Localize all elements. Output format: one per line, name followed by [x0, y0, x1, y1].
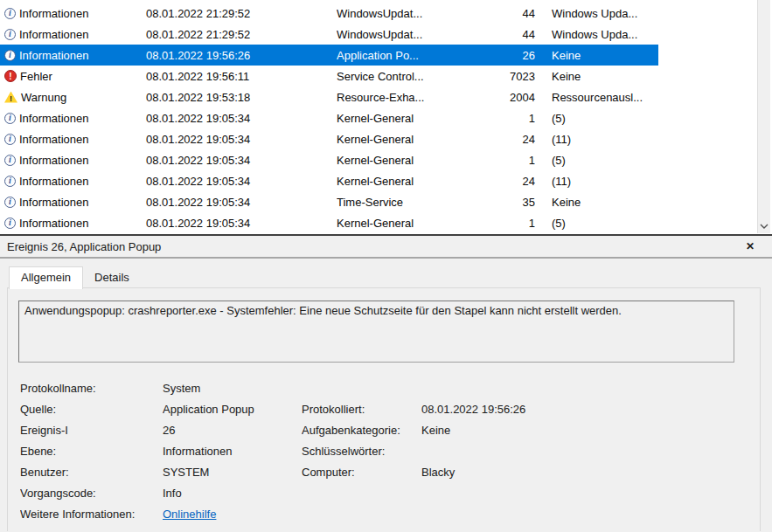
field-label: Quelle:	[20, 399, 163, 420]
datetime-cell: 08.01.2022 19:53:18	[146, 91, 337, 104]
level-cell: Informationen	[0, 133, 146, 146]
field-value	[421, 378, 760, 399]
field-value: System	[163, 378, 302, 399]
level-cell: Informationen	[0, 175, 146, 188]
info-icon	[4, 50, 16, 61]
event-rows: Informationen 08.01.2022 21:29:52 Window…	[0, 3, 772, 233]
table-row[interactable]: Informationen 08.01.2022 21:29:52 Window…	[0, 24, 658, 45]
category-cell: (5)	[535, 112, 566, 125]
event-id-cell: 26	[487, 49, 535, 62]
event-description-box[interactable]: Anwendungspopup: crashreporter.exe - Sys…	[18, 301, 734, 363]
level-label: Informationen	[19, 196, 89, 209]
level-label: Informationen	[19, 7, 89, 20]
event-id-cell: 1	[487, 217, 535, 230]
table-row[interactable]: Informationen 08.01.2022 19:05:34 Kernel…	[0, 149, 658, 170]
table-row[interactable]: Informationen 08.01.2022 19:05:34 Kernel…	[0, 212, 658, 233]
field-label: Protokolliert:	[302, 399, 421, 420]
category-cell: Keine	[535, 49, 581, 62]
info-icon	[4, 8, 16, 19]
source-cell: Kernel-General	[337, 154, 487, 167]
source-cell: Kernel-General	[337, 217, 487, 230]
source-cell: Service Control...	[337, 70, 487, 83]
info-icon	[4, 197, 16, 208]
table-row[interactable]: Informationen 08.01.2022 19:05:34 Kernel…	[0, 107, 658, 128]
info-icon	[4, 134, 16, 145]
level-cell: Fehler	[0, 70, 146, 83]
event-id-cell: 24	[487, 133, 535, 146]
source-cell: Time-Service	[337, 196, 487, 209]
level-cell: Informationen	[0, 7, 146, 20]
info-icon	[4, 155, 16, 166]
table-row[interactable]: Informationen 08.01.2022 21:29:52 Window…	[0, 3, 658, 24]
event-id-cell: 1	[487, 154, 535, 167]
tab-allgemein[interactable]: Allgemein	[9, 266, 83, 289]
event-properties-grid: Protokollname:SystemQuelle:Application P…	[20, 378, 760, 525]
scroll-down-button[interactable]	[758, 218, 770, 233]
info-icon	[4, 29, 16, 40]
source-cell: Resource-Exha...	[337, 91, 487, 104]
level-label: Warnung	[21, 91, 66, 104]
event-id-cell: 2004	[487, 91, 535, 104]
field-value	[421, 504, 760, 525]
table-row[interactable]: Informationen 08.01.2022 19:05:34 Kernel…	[0, 170, 658, 191]
category-cell: Windows Upda...	[535, 7, 637, 20]
level-cell: Warnung	[0, 91, 146, 104]
datetime-cell: 08.01.2022 21:29:52	[146, 28, 337, 41]
level-cell: Informationen	[0, 49, 146, 62]
datetime-cell: 08.01.2022 19:05:34	[146, 154, 337, 167]
event-list: Informationen 08.01.2022 21:29:52 Window…	[0, 0, 772, 236]
error-icon	[4, 70, 17, 82]
field-label: Benutzer:	[20, 462, 163, 483]
field-value: Informationen	[163, 441, 302, 462]
level-label: Informationen	[19, 112, 89, 125]
tab-details[interactable]: Details	[83, 267, 141, 288]
online-help-link[interactable]: Onlinehilfe	[163, 504, 302, 525]
detail-pane-title: Ereignis 26, Application Popup	[7, 240, 161, 253]
field-value	[421, 441, 760, 462]
event-id-cell: 44	[487, 7, 535, 20]
table-row[interactable]: Fehler 08.01.2022 19:56:11 Service Contr…	[0, 66, 658, 86]
source-cell: WindowsUpdat...	[337, 7, 487, 20]
table-row[interactable]: Warnung 08.01.2022 19:53:18 Resource-Exh…	[0, 86, 658, 107]
category-cell: Ressourcenausl...	[535, 91, 643, 104]
level-cell: Informationen	[0, 196, 146, 209]
event-id-cell: 44	[487, 28, 535, 41]
field-value: Blacky	[421, 462, 760, 483]
field-label: Protokollname:	[20, 378, 163, 399]
level-label: Fehler	[20, 70, 52, 83]
datetime-cell: 08.01.2022 19:05:34	[146, 175, 337, 188]
category-cell: (11)	[535, 175, 571, 188]
info-icon	[4, 218, 16, 229]
warning-icon	[4, 92, 17, 103]
field-value: Application Popup	[163, 399, 302, 420]
table-row[interactable]: Informationen 08.01.2022 19:56:26 Applic…	[0, 45, 658, 66]
level-cell: Informationen	[0, 28, 146, 41]
level-cell: Informationen	[0, 154, 146, 167]
detail-pane-header: Ereignis 26, Application Popup ✕	[0, 236, 772, 259]
field-label: Aufgabenkategorie:	[302, 420, 421, 441]
category-cell: Windows Upda...	[535, 28, 637, 41]
info-icon	[4, 176, 16, 187]
field-value: 26	[163, 420, 302, 441]
datetime-cell: 08.01.2022 19:56:11	[146, 70, 337, 83]
event-id-cell: 7023	[487, 70, 535, 83]
level-cell: Informationen	[0, 112, 146, 125]
table-row[interactable]: Informationen 08.01.2022 19:05:34 Time-S…	[0, 191, 658, 212]
category-cell: Keine	[535, 196, 581, 209]
field-label: Vorgangscode:	[20, 483, 163, 504]
source-cell: Kernel-General	[337, 175, 487, 188]
info-icon	[4, 113, 16, 124]
datetime-cell: 08.01.2022 19:05:34	[146, 112, 337, 125]
field-label: Ereignis-I	[20, 420, 163, 441]
field-value: Keine	[421, 420, 760, 441]
level-label: Informationen	[19, 217, 89, 230]
vertical-scrollbar[interactable]	[757, 0, 770, 233]
field-label	[302, 504, 421, 525]
source-cell: Kernel-General	[337, 133, 487, 146]
source-cell: Kernel-General	[337, 112, 487, 125]
table-row[interactable]: Informationen 08.01.2022 19:05:34 Kernel…	[0, 128, 658, 149]
level-label: Informationen	[19, 175, 89, 188]
field-label	[302, 378, 421, 399]
chevron-down-icon	[760, 224, 769, 229]
close-icon[interactable]: ✕	[746, 240, 755, 252]
